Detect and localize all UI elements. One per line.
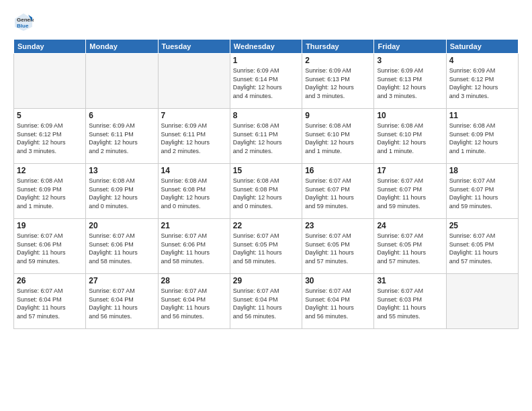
- calendar-cell: 9Sunrise: 6:08 AM Sunset: 6:10 PM Daylig…: [302, 109, 374, 164]
- day-info: Sunrise: 6:07 AM Sunset: 6:04 PM Dayligh…: [233, 287, 299, 320]
- day-info: Sunrise: 6:07 AM Sunset: 6:06 PM Dayligh…: [17, 232, 83, 265]
- logo: General Blue: [13, 12, 36, 32]
- day-number: 28: [161, 276, 227, 285]
- calendar-cell: 21Sunrise: 6:07 AM Sunset: 6:06 PM Dayli…: [158, 219, 230, 274]
- day-info: Sunrise: 6:07 AM Sunset: 6:04 PM Dayligh…: [161, 287, 227, 320]
- day-number: 6: [89, 111, 154, 120]
- day-info: Sunrise: 6:07 AM Sunset: 6:04 PM Dayligh…: [89, 287, 154, 320]
- day-info: Sunrise: 6:07 AM Sunset: 6:07 PM Dayligh…: [449, 177, 515, 210]
- calendar-cell: [86, 54, 158, 109]
- calendar-cell: 30Sunrise: 6:07 AM Sunset: 6:04 PM Dayli…: [302, 274, 374, 329]
- calendar-cell: 1Sunrise: 6:09 AM Sunset: 6:14 PM Daylig…: [230, 54, 302, 109]
- day-info: Sunrise: 6:08 AM Sunset: 6:10 PM Dayligh…: [377, 122, 443, 155]
- day-number: 10: [377, 111, 443, 120]
- calendar-cell: 5Sunrise: 6:09 AM Sunset: 6:12 PM Daylig…: [14, 109, 86, 164]
- day-number: 19: [17, 221, 83, 230]
- day-number: 2: [305, 56, 371, 65]
- calendar-cell: [446, 274, 518, 329]
- day-info: Sunrise: 6:07 AM Sunset: 6:04 PM Dayligh…: [305, 287, 371, 320]
- logo-icon: General Blue: [13, 12, 34, 32]
- calendar-cell: 20Sunrise: 6:07 AM Sunset: 6:06 PM Dayli…: [86, 219, 158, 274]
- day-number: 25: [449, 221, 515, 230]
- calendar-cell: 3Sunrise: 6:09 AM Sunset: 6:13 PM Daylig…: [374, 54, 446, 109]
- day-info: Sunrise: 6:09 AM Sunset: 6:11 PM Dayligh…: [89, 122, 154, 155]
- weekday-header-wednesday: Wednesday: [230, 40, 302, 54]
- weekday-header-friday: Friday: [374, 40, 446, 54]
- calendar-cell: 18Sunrise: 6:07 AM Sunset: 6:07 PM Dayli…: [446, 164, 518, 219]
- day-number: 15: [233, 166, 299, 175]
- calendar-cell: [158, 54, 230, 109]
- day-number: 7: [161, 111, 227, 120]
- day-number: 11: [449, 111, 515, 120]
- calendar-cell: 28Sunrise: 6:07 AM Sunset: 6:04 PM Dayli…: [158, 274, 230, 329]
- day-info: Sunrise: 6:07 AM Sunset: 6:05 PM Dayligh…: [449, 232, 515, 265]
- calendar-cell: 16Sunrise: 6:07 AM Sunset: 6:07 PM Dayli…: [302, 164, 374, 219]
- calendar-cell: 11Sunrise: 6:08 AM Sunset: 6:09 PM Dayli…: [446, 109, 518, 164]
- day-number: 1: [233, 56, 299, 65]
- calendar-cell: 7Sunrise: 6:09 AM Sunset: 6:11 PM Daylig…: [158, 109, 230, 164]
- weekday-header-monday: Monday: [86, 40, 158, 54]
- calendar-cell: 19Sunrise: 6:07 AM Sunset: 6:06 PM Dayli…: [14, 219, 86, 274]
- day-info: Sunrise: 6:08 AM Sunset: 6:09 PM Dayligh…: [89, 177, 154, 210]
- day-info: Sunrise: 6:08 AM Sunset: 6:09 PM Dayligh…: [17, 177, 83, 210]
- day-info: Sunrise: 6:07 AM Sunset: 6:07 PM Dayligh…: [305, 177, 371, 210]
- day-info: Sunrise: 6:07 AM Sunset: 6:06 PM Dayligh…: [89, 232, 154, 265]
- day-number: 8: [233, 111, 299, 120]
- day-number: 14: [161, 166, 227, 175]
- day-number: 29: [233, 276, 299, 285]
- calendar-cell: 14Sunrise: 6:08 AM Sunset: 6:08 PM Dayli…: [158, 164, 230, 219]
- day-info: Sunrise: 6:07 AM Sunset: 6:07 PM Dayligh…: [377, 177, 443, 210]
- day-number: 30: [305, 276, 371, 285]
- day-number: 23: [305, 221, 371, 230]
- day-info: Sunrise: 6:09 AM Sunset: 6:14 PM Dayligh…: [233, 66, 299, 100]
- calendar-cell: 24Sunrise: 6:07 AM Sunset: 6:05 PM Dayli…: [374, 219, 446, 274]
- day-number: 31: [377, 276, 443, 285]
- day-info: Sunrise: 6:07 AM Sunset: 6:03 PM Dayligh…: [377, 287, 443, 320]
- day-info: Sunrise: 6:07 AM Sunset: 6:04 PM Dayligh…: [17, 287, 83, 320]
- day-info: Sunrise: 6:07 AM Sunset: 6:05 PM Dayligh…: [233, 232, 299, 265]
- calendar-cell: 6Sunrise: 6:09 AM Sunset: 6:11 PM Daylig…: [86, 109, 158, 164]
- day-number: 3: [377, 56, 443, 65]
- day-info: Sunrise: 6:09 AM Sunset: 6:11 PM Dayligh…: [161, 122, 227, 155]
- calendar-cell: 26Sunrise: 6:07 AM Sunset: 6:04 PM Dayli…: [14, 274, 86, 329]
- week-row-4: 19Sunrise: 6:07 AM Sunset: 6:06 PM Dayli…: [14, 219, 519, 274]
- day-number: 18: [449, 166, 515, 175]
- calendar-cell: 10Sunrise: 6:08 AM Sunset: 6:10 PM Dayli…: [374, 109, 446, 164]
- calendar-cell: 22Sunrise: 6:07 AM Sunset: 6:05 PM Dayli…: [230, 219, 302, 274]
- day-info: Sunrise: 6:09 AM Sunset: 6:13 PM Dayligh…: [305, 66, 371, 100]
- weekday-header-tuesday: Tuesday: [158, 40, 230, 54]
- day-info: Sunrise: 6:08 AM Sunset: 6:09 PM Dayligh…: [449, 122, 515, 155]
- calendar-cell: 4Sunrise: 6:09 AM Sunset: 6:12 PM Daylig…: [446, 54, 518, 109]
- day-number: 21: [161, 221, 227, 230]
- calendar-cell: [14, 54, 86, 109]
- calendar-cell: 25Sunrise: 6:07 AM Sunset: 6:05 PM Dayli…: [446, 219, 518, 274]
- page: General Blue SundayMondayTuesdayWednesda…: [0, 0, 532, 411]
- day-number: 12: [17, 166, 83, 175]
- day-info: Sunrise: 6:07 AM Sunset: 6:06 PM Dayligh…: [161, 232, 227, 265]
- weekday-header-sunday: Sunday: [14, 40, 86, 54]
- calendar-cell: 23Sunrise: 6:07 AM Sunset: 6:05 PM Dayli…: [302, 219, 374, 274]
- week-row-5: 26Sunrise: 6:07 AM Sunset: 6:04 PM Dayli…: [14, 274, 519, 329]
- week-row-2: 5Sunrise: 6:09 AM Sunset: 6:12 PM Daylig…: [14, 109, 519, 164]
- weekday-header-row: SundayMondayTuesdayWednesdayThursdayFrid…: [14, 40, 519, 54]
- calendar: SundayMondayTuesdayWednesdayThursdayFrid…: [13, 39, 519, 329]
- day-number: 4: [449, 56, 515, 65]
- day-number: 9: [305, 111, 371, 120]
- day-info: Sunrise: 6:09 AM Sunset: 6:12 PM Dayligh…: [17, 122, 83, 155]
- day-info: Sunrise: 6:07 AM Sunset: 6:05 PM Dayligh…: [305, 232, 371, 265]
- day-info: Sunrise: 6:08 AM Sunset: 6:08 PM Dayligh…: [233, 177, 299, 210]
- day-info: Sunrise: 6:09 AM Sunset: 6:13 PM Dayligh…: [377, 66, 443, 100]
- day-number: 5: [17, 111, 83, 120]
- calendar-cell: 2Sunrise: 6:09 AM Sunset: 6:13 PM Daylig…: [302, 54, 374, 109]
- day-info: Sunrise: 6:08 AM Sunset: 6:10 PM Dayligh…: [305, 122, 371, 155]
- week-row-3: 12Sunrise: 6:08 AM Sunset: 6:09 PM Dayli…: [14, 164, 519, 219]
- calendar-cell: 27Sunrise: 6:07 AM Sunset: 6:04 PM Dayli…: [86, 274, 158, 329]
- day-info: Sunrise: 6:08 AM Sunset: 6:11 PM Dayligh…: [233, 122, 299, 155]
- day-number: 16: [305, 166, 371, 175]
- header: General Blue: [13, 12, 519, 32]
- day-number: 26: [17, 276, 83, 285]
- day-info: Sunrise: 6:09 AM Sunset: 6:12 PM Dayligh…: [449, 66, 515, 100]
- weekday-header-saturday: Saturday: [446, 40, 518, 54]
- calendar-cell: 13Sunrise: 6:08 AM Sunset: 6:09 PM Dayli…: [86, 164, 158, 219]
- day-number: 17: [377, 166, 443, 175]
